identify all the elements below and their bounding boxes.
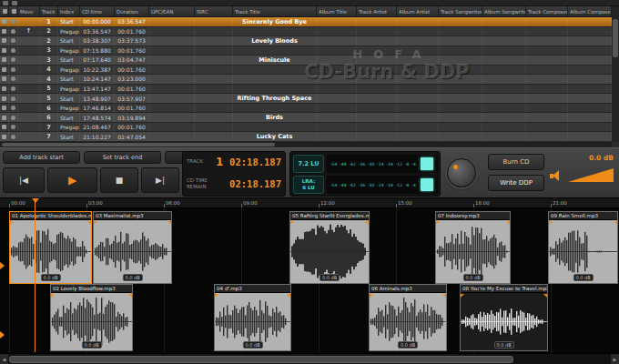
audio-clip[interactable]: 03 Maximalist.mp30.0 dB [93,211,172,284]
disc-icon [11,106,15,110]
audio-clip[interactable]: 09 Rain Smell.mp30.0 dB [548,211,618,284]
track-row[interactable]: ↑2Pregap03:36.54700:01.760 [0,27,612,37]
column-header[interactable]: Album Title [317,6,357,16]
audio-clip[interactable]: 05 Rafting Starlit Everglades.mp30.0 dB [289,211,370,284]
cd-time-cell: 07:17.640 [80,56,115,65]
track-row[interactable]: 4Pregap10:22.38700:01.760 [0,66,612,76]
timeline-handle[interactable] [0,262,5,269]
audio-clip[interactable]: 02 Lovely Bloodflow.mp30.0 dB [50,284,133,351]
scrollbar-thumb[interactable] [613,19,618,57]
column-header[interactable]: Index [58,6,80,16]
column-header[interactable]: Track Songwriter [439,6,482,16]
audio-clip[interactable]: 07 Indoorsy.mp30.0 dB [435,211,511,284]
clip-gain-value[interactable]: 0.0 dB [493,341,513,349]
audio-clip[interactable]: 01 Apologetic Shoulderblades.mp30.0 dB [9,211,92,284]
track-row[interactable]: 4Start10:24.14703:23.000 [0,75,612,85]
track-title-cell: Birds [233,113,317,122]
playhead[interactable] [35,198,36,352]
track-title-cell: Sincerely Good Bye [233,17,317,26]
go-to-end-button[interactable]: ▶| [141,167,179,193]
fade-handle[interactable] [436,221,440,225]
column-header[interactable]: Album Composer [568,6,612,16]
clip-gain-value[interactable]: 0.0 dB [320,274,340,281]
fade-handle[interactable] [370,294,373,298]
timeline-handle[interactable] [0,331,5,339]
column-header[interactable]: ISRC [195,6,233,16]
clip-gain-value[interactable]: 0.0 dB [40,274,60,281]
lock-icon [2,96,6,101]
column-header[interactable]: Duration [115,6,149,16]
fade-handle[interactable] [87,221,91,225]
ruler-tick [473,204,474,207]
set-track-end-button[interactable]: Set track end [84,151,161,164]
fade-handle[interactable] [287,294,290,298]
lra-label: LRA: [302,178,315,185]
cd-burn-ddp-window: MoveTrackIndexCD timeDurationUPC/EANISRC… [0,0,619,364]
fade-handle[interactable] [549,221,553,225]
track-row[interactable]: 1Start00:00.00003:36.547Sincerely Good B… [0,17,612,27]
add-track-start-button[interactable]: Add track start [3,151,80,164]
track-list-panel: MoveTrackIndexCD timeDurationUPC/EANISRC… [0,0,619,147]
monitor-volume-knob[interactable] [447,158,476,187]
fade-handle[interactable] [167,221,171,225]
scrollbar-thumb[interactable] [9,356,513,363]
column-header[interactable]: UPC/EAN [149,6,195,16]
track-row[interactable]: 3Pregap07:15.88000:01.760 [0,46,612,56]
fade-handle[interactable] [461,294,464,298]
disc-icon-cell [9,56,18,65]
column-header[interactable]: CD time [80,6,115,16]
stop-button[interactable]: ■ [100,167,138,193]
track-row[interactable]: 3Start07:17.64003:04.747Miniscule [0,56,612,66]
track-row[interactable]: 7Pregap21:08.46700:01.760 [0,123,612,133]
audio-clip[interactable]: 06 Aminals.mp30.0 dB [369,284,447,351]
fade-handle[interactable] [215,294,218,298]
fade-handle[interactable] [51,294,55,298]
output-volume-slider[interactable] [568,168,614,182]
scroll-right-arrow[interactable]: ▶ [611,354,619,364]
audio-clip[interactable]: 04 ♂.mp30.0 dB [214,284,291,351]
play-button[interactable]: ▶ [47,167,97,193]
clip-gain-value[interactable]: 0.0 dB [122,274,142,281]
clip-filename: 07 Indoorsy.mp3 [436,212,510,220]
burn-cd-button[interactable]: Burn CD [488,154,544,170]
column-header[interactable]: Album Artist [397,6,439,16]
write-ddp-button[interactable]: Write DDP [488,175,544,191]
track-row[interactable]: 5Start13:48.90703:57.907Rifting Through … [0,94,612,104]
table-vertical-scrollbar[interactable] [612,6,619,142]
track-row[interactable]: 6Start17:48.57403:19.894Birds [0,113,612,123]
column-header[interactable]: Track Artist [357,6,397,16]
track-row[interactable]: 2Start03:38.30703:37.573Lovely Bloods [0,36,612,46]
column-header[interactable]: Track [40,6,58,16]
album-songwriter-cell [482,36,526,46]
fade-handle[interactable] [543,294,547,298]
index-cell: Start [58,75,80,84]
timeline-ruler[interactable]: 00:0003:0006:0009:0012:0015:0018:0021:00 [0,198,619,208]
fade-handle[interactable] [506,221,510,225]
track-row[interactable]: 7Start21:10.22702:47.054Lucky Cats [0,132,612,142]
fade-handle[interactable] [10,221,14,225]
column-header[interactable]: Album Songwriter [482,6,526,16]
fade-handle[interactable] [94,221,97,225]
column-header[interactable]: Track Title [233,6,317,16]
track-row[interactable]: 6Pregap17:46.81400:01.760 [0,104,612,114]
fade-handle[interactable] [442,294,446,298]
track-row[interactable]: 5Pregap13:47.14700:01.760 [0,85,612,95]
move-cell [18,66,40,75]
timeline-scrollbar[interactable]: ◀ ▶ [0,353,619,364]
scrollbar-thumb[interactable] [2,143,275,147]
column-header[interactable]: Track Composer [526,6,568,16]
fade-handle[interactable] [128,294,132,298]
column-header[interactable]: Move [18,6,40,16]
fade-handle[interactable] [614,221,617,225]
fade-handle[interactable] [290,221,294,225]
clip-gain-value[interactable]: 0.0 dB [81,341,101,349]
go-to-start-button[interactable]: |◀ [3,167,45,193]
scroll-left-arrow[interactable]: ◀ [0,354,8,364]
cd-time-cell: 21:10.227 [80,132,115,141]
clip-gain-value[interactable]: 0.0 dB [462,274,482,281]
audio-clip[interactable]: 08 You're My Excuse to Travel.mp30.0 dB [460,284,548,351]
clip-gain-value[interactable]: 0.0 dB [573,274,593,281]
fade-handle[interactable] [365,221,369,225]
clip-gain-value[interactable]: 0.0 dB [398,341,418,349]
clip-gain-value[interactable]: 0.0 dB [242,341,262,349]
